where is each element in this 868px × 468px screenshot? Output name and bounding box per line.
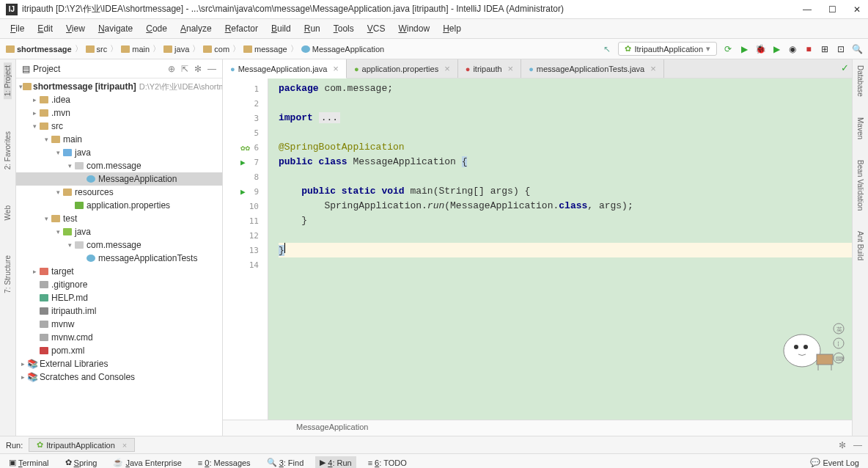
collapse-icon[interactable]: ⇱	[181, 64, 188, 74]
layout-icon[interactable]: ⊞	[820, 44, 830, 54]
gear-icon[interactable]: ✻	[839, 440, 846, 450]
editor-tab-application-properties[interactable]: ●application.properties×	[347, 59, 458, 78]
menu-window[interactable]: Window	[392, 21, 435, 36]
close-icon[interactable]: ×	[333, 63, 339, 74]
project-tree[interactable]: ▾shortmessage [itripauth]D:\Y2\作业\IDEA\s…	[16, 78, 222, 436]
gutter-line-13[interactable]: 13	[223, 243, 268, 257]
git-icon[interactable]: ⊡	[836, 44, 846, 54]
gutter-line-3[interactable]: 3	[223, 111, 268, 125]
tree-node--mvn[interactable]: ▸.mvn	[16, 106, 222, 120]
tree-node-java[interactable]: ▾java	[16, 146, 222, 159]
tree-node-help-md[interactable]: HELP.md	[16, 291, 222, 304]
event-log-tab[interactable]: 💬 Event Log	[806, 456, 864, 468]
maven-tool-tab[interactable]: Maven	[856, 114, 864, 142]
editor-tab-itripauth[interactable]: ●itripauth×	[458, 59, 521, 78]
close-icon[interactable]: ×	[508, 63, 514, 74]
maximize-button[interactable]: ☐	[827, 4, 837, 15]
editor-tabs[interactable]: ●MessageApplication.java×●application.pr…	[223, 59, 852, 78]
web-tool-tab[interactable]: Web	[4, 202, 12, 223]
tree-node--gitignore[interactable]: .gitignore	[16, 278, 222, 291]
back-icon[interactable]: ↖	[602, 44, 612, 54]
debug-icon[interactable]: 🐞	[755, 44, 765, 54]
tree-root[interactable]: ▾shortmessage [itripauth]D:\Y2\作业\IDEA\s…	[16, 80, 222, 93]
tree-node-mvnw-cmd[interactable]: mvnw.cmd	[16, 331, 222, 344]
build-icon[interactable]: ⟳	[723, 44, 733, 54]
bottom-tab----todo[interactable]: ≡6: TODO	[364, 457, 411, 469]
tree-node-application-properties[interactable]: application.properties	[16, 199, 222, 212]
editor-tab-MessageApplication-java[interactable]: ●MessageApplication.java×	[223, 59, 347, 78]
ant-tool-tab[interactable]: Ant Build	[856, 228, 864, 263]
breadcrumb-src[interactable]: src	[86, 45, 108, 54]
gutter-line-12[interactable]: 12	[223, 228, 268, 243]
tree-scratches[interactable]: ▸📚Scratches and Consoles	[16, 370, 222, 384]
bottom-tab-spring[interactable]: ✿Spring	[61, 456, 102, 468]
minimize-button[interactable]: ―	[802, 4, 812, 15]
close-button[interactable]: ✕	[852, 4, 862, 15]
locate-icon[interactable]: ⊕	[168, 64, 175, 74]
breadcrumb-shortmessage[interactable]: shortmessage	[6, 45, 72, 54]
tree-node-java[interactable]: ▾java	[16, 225, 222, 238]
gutter-line-14[interactable]: 14	[223, 257, 268, 272]
gutter-line-10[interactable]: 10	[223, 199, 268, 213]
code-breadcrumb[interactable]: MessageApplication	[223, 420, 852, 436]
menu-tools[interactable]: Tools	[328, 21, 360, 36]
tree-node-main[interactable]: ▾main	[16, 133, 222, 146]
tree-node-resources[interactable]: ▾resources	[16, 186, 222, 199]
tree-node-itripauth-iml[interactable]: itripauth.iml	[16, 304, 222, 318]
run-gutter-icon[interactable]: ▶	[240, 158, 246, 167]
spring-gutter-icon[interactable]: ✿✿	[240, 143, 250, 153]
favorites-tool-tab[interactable]: 2: Favorites	[4, 128, 12, 172]
menu-help[interactable]: Help	[437, 21, 467, 36]
gutter-line-8[interactable]: 8	[223, 169, 268, 184]
folded-region[interactable]: ...	[319, 112, 340, 123]
coverage-icon[interactable]: ▶	[771, 44, 781, 54]
editor-code[interactable]: package com.message; import ... @SpringB…	[268, 78, 852, 420]
menu-view[interactable]: View	[60, 21, 91, 36]
tree-node--idea[interactable]: ▸.idea	[16, 93, 222, 106]
bottom-tab-java-enterprise[interactable]: ☕Java Enterprise	[108, 456, 185, 468]
breadcrumb-com[interactable]: com	[203, 45, 229, 54]
right-tool-strip[interactable]: Database Maven Bean Validation Ant Build	[852, 59, 868, 436]
close-icon[interactable]: ×	[444, 63, 450, 74]
project-panel-header[interactable]: ▤ Project ⊕ ⇱ ✻ ―	[16, 59, 222, 78]
structure-tool-tab[interactable]: 7: Structure	[4, 252, 12, 296]
menu-run[interactable]: Run	[298, 21, 326, 36]
profile-icon[interactable]: ◉	[787, 44, 798, 54]
editor-tab-messageApplicationTests-java[interactable]: ●messageApplicationTests.java×	[521, 59, 664, 78]
menu-vcs[interactable]: VCS	[361, 21, 391, 36]
database-tool-tab[interactable]: Database	[856, 62, 864, 100]
gutter-line-11[interactable]: 11	[223, 213, 268, 228]
run-config-selector[interactable]: ✿ ItripauthApplication ▾	[618, 42, 717, 56]
bottom-tab----run[interactable]: ▶4: Run	[315, 456, 356, 468]
breadcrumb-java[interactable]: java	[163, 45, 189, 54]
menu-edit[interactable]: Edit	[32, 21, 59, 36]
close-icon[interactable]: ×	[122, 441, 127, 450]
tree-node-com-message[interactable]: ▾com.message	[16, 238, 222, 252]
menu-navigate[interactable]: Navigate	[92, 21, 139, 36]
menu-code[interactable]: Code	[140, 21, 173, 36]
left-tool-strip[interactable]: 1: Project 2: Favorites Web 7: Structure	[0, 59, 16, 436]
editor-gutter[interactable]: 1235✿✿6▶78▶91011121314	[223, 78, 268, 420]
search-icon[interactable]: 🔍	[852, 44, 862, 54]
breadcrumb-messageapplication[interactable]: MessageApplication	[301, 45, 384, 54]
menu-analyze[interactable]: Analyze	[174, 21, 218, 36]
tree-node-pom-xml[interactable]: pom.xml	[16, 344, 222, 357]
settings-icon[interactable]: ✻	[194, 64, 202, 74]
hide-icon[interactable]: ―	[207, 64, 216, 74]
stop-icon[interactable]: ■	[803, 44, 814, 54]
gutter-line-1[interactable]: 1	[223, 81, 268, 96]
bottom-tab-terminal[interactable]: ▣Terminal	[4, 456, 54, 468]
bottom-tab----messages[interactable]: ≡0: Messages	[194, 457, 255, 469]
breadcrumb-message[interactable]: message	[243, 45, 287, 54]
tree-node-target[interactable]: ▸target	[16, 265, 222, 278]
gutter-line-5[interactable]: 5	[223, 125, 268, 140]
menu-build[interactable]: Build	[265, 21, 297, 36]
tree-node-messageapplication[interactable]: MessageApplication	[16, 172, 222, 186]
tree-node-messageapplicationtests[interactable]: messageApplicationTests	[16, 252, 222, 265]
gutter-line-7[interactable]: ▶7	[223, 155, 268, 169]
run-gutter-icon[interactable]: ▶	[240, 187, 246, 197]
gutter-line-9[interactable]: ▶9	[223, 184, 268, 199]
bean-validation-tool-tab[interactable]: Bean Validation	[856, 157, 864, 213]
run-tab[interactable]: ✿ ItripauthApplication ×	[29, 438, 135, 452]
breadcrumb-main[interactable]: main	[121, 45, 150, 54]
